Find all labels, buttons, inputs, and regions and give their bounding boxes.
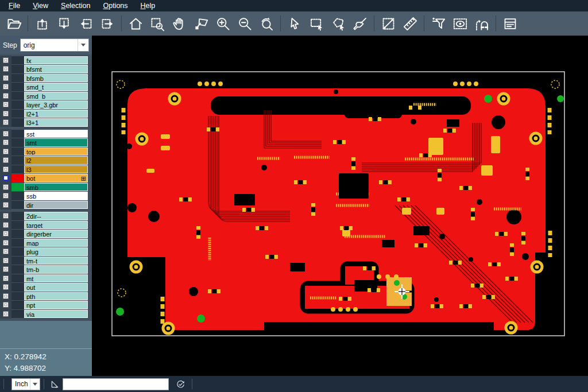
layer-swatch-cell[interactable]: [11, 292, 24, 301]
layer-row-map[interactable]: map: [0, 238, 92, 247]
layer-name[interactable]: ssb: [24, 192, 88, 200]
open-file-button[interactable]: [3, 13, 25, 34]
layer-row-l3[interactable]: l3: [0, 165, 92, 174]
layer-checkbox[interactable]: [3, 213, 9, 219]
layer-row-fx[interactable]: fx: [0, 56, 92, 65]
shift-down-button[interactable]: [53, 13, 75, 34]
layer-row-plug[interactable]: plug: [0, 247, 92, 257]
layer-checkbox[interactable]: [3, 293, 9, 299]
zoom-previous-button[interactable]: [256, 13, 277, 34]
layer-name[interactable]: via: [24, 310, 88, 319]
layer-name[interactable]: bot⊞: [24, 174, 88, 183]
layer-row-l2+1[interactable]: l2+1: [0, 109, 92, 118]
zoom-area-button[interactable]: [146, 13, 168, 34]
layer-row-layer_3.gbr[interactable]: layer_3.gbr: [0, 100, 92, 110]
menu-help[interactable]: Help: [134, 0, 162, 11]
layer-name[interactable]: tm-b: [24, 265, 88, 274]
snap-angle-button[interactable]: [471, 13, 493, 34]
layer-swatch-cell[interactable]: [11, 130, 24, 138]
select-cursor-button[interactable]: [284, 13, 305, 34]
layer-row-smb[interactable]: smb: [0, 183, 92, 192]
layer-swatch-cell[interactable]: [11, 265, 24, 274]
layer-checkbox[interactable]: [3, 57, 9, 63]
angle-measure-icon[interactable]: [48, 377, 61, 391]
layer-swatch-cell[interactable]: [11, 212, 24, 220]
layer-name[interactable]: sst: [24, 130, 88, 138]
layer-checkbox[interactable]: [3, 131, 9, 137]
zoom-home-button[interactable]: [125, 13, 146, 34]
layer-checkbox[interactable]: [3, 111, 9, 117]
layer-row-bfsmt[interactable]: bfsmt: [0, 65, 92, 74]
layer-checkbox[interactable]: [3, 166, 9, 172]
layer-checkbox[interactable]: [3, 202, 9, 208]
layer-row-dir[interactable]: dir: [0, 200, 92, 209]
layer-swatch-cell[interactable]: [11, 283, 24, 292]
layer-row-via[interactable]: via: [0, 309, 92, 319]
layer-checkbox[interactable]: [3, 240, 9, 246]
layer-swatch-cell[interactable]: [11, 310, 24, 319]
layer-checkbox[interactable]: [3, 311, 9, 317]
layer-name[interactable]: bfsmt: [24, 65, 88, 73]
layer-row-top[interactable]: top: [0, 147, 92, 156]
zoom-window-button[interactable]: [190, 13, 212, 34]
layer-swatch-cell[interactable]: [11, 148, 24, 156]
command-input[interactable]: [63, 378, 169, 390]
layer-name[interactable]: out: [24, 283, 88, 292]
layer-swatch-cell[interactable]: [11, 239, 24, 247]
select-rect-button[interactable]: [305, 13, 327, 34]
layer-checkbox[interactable]: [3, 266, 9, 272]
measure-ruler-button[interactable]: [399, 13, 421, 34]
refresh-icon[interactable]: [173, 377, 187, 391]
layer-swatch-cell[interactable]: [11, 92, 24, 100]
select-polygon-button[interactable]: [327, 13, 349, 34]
layer-row-l3+1[interactable]: l3+1: [0, 118, 92, 127]
layer-name[interactable]: tm-t: [24, 257, 88, 265]
layer-row-smd_b[interactable]: smd_b: [0, 91, 92, 100]
layer-name[interactable]: l3+1: [24, 118, 88, 127]
layer-swatch-cell[interactable]: [11, 138, 24, 147]
chevron-down-icon[interactable]: [78, 39, 88, 51]
layer-name[interactable]: pth: [24, 292, 88, 301]
shift-right-button[interactable]: [96, 13, 118, 34]
layer-row-sst[interactable]: sst: [0, 129, 92, 138]
layer-name[interactable]: l2: [24, 156, 88, 165]
layer-swatch-cell[interactable]: [11, 74, 24, 83]
zoom-out-button[interactable]: [234, 13, 256, 34]
layer-color-swatch[interactable]: [11, 183, 24, 192]
layer-name[interactable]: npt: [24, 301, 88, 309]
layer-swatch-cell[interactable]: [11, 221, 24, 230]
layer-swatch-cell[interactable]: [11, 56, 24, 65]
layer-row-npt[interactable]: npt: [0, 301, 92, 310]
layer-checkbox[interactable]: [3, 222, 9, 228]
step-select[interactable]: orig: [20, 38, 89, 52]
layer-swatch-cell[interactable]: [11, 83, 24, 91]
view-region-button[interactable]: [449, 13, 471, 34]
layer-row-2dir--[interactable]: 2dir--: [0, 212, 92, 221]
layer-name[interactable]: layer_3.gbr: [24, 100, 88, 109]
menu-view[interactable]: View: [26, 0, 55, 11]
zoom-in-button[interactable]: [212, 13, 234, 34]
layer-panel-button[interactable]: [499, 13, 521, 34]
layer-checkbox[interactable]: [3, 175, 9, 181]
layer-row-bfsmb[interactable]: bfsmb: [0, 73, 92, 83]
layer-row-smt[interactable]: smt: [0, 138, 92, 148]
layer-swatch-cell[interactable]: [11, 156, 24, 165]
layer-swatch-cell[interactable]: [11, 274, 24, 283]
layer-checkbox[interactable]: [3, 93, 9, 99]
layer-name[interactable]: plug: [24, 247, 88, 256]
layer-checkbox[interactable]: [3, 84, 9, 90]
layer-name[interactable]: 2dir--: [24, 212, 88, 220]
layer-checkbox[interactable]: [3, 149, 9, 154]
layer-swatch-cell[interactable]: [11, 65, 24, 73]
layer-checkbox[interactable]: [3, 66, 9, 72]
layer-checkbox[interactable]: [3, 193, 9, 199]
shift-up-button[interactable]: [31, 13, 53, 34]
layer-name[interactable]: smb: [24, 183, 88, 192]
filter-button[interactable]: [427, 13, 449, 34]
layer-swatch-cell[interactable]: [11, 301, 24, 309]
menu-file[interactable]: File: [2, 0, 26, 11]
layer-name[interactable]: top: [24, 148, 88, 156]
layer-swatch-cell[interactable]: [11, 230, 24, 238]
layer-row-dirgerber[interactable]: dirgerber: [0, 230, 92, 239]
layer-checkbox[interactable]: [3, 302, 9, 308]
